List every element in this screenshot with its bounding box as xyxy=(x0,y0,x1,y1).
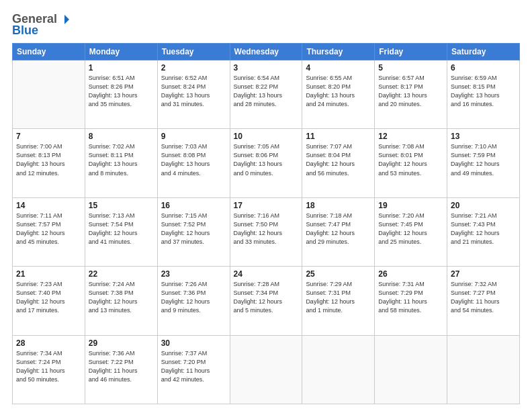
day-number: 24 xyxy=(234,269,299,279)
day-info: Sunrise: 7:21 AM Sunset: 7:43 PM Dayligh… xyxy=(451,212,516,246)
calendar-cell: 3Sunrise: 6:54 AM Sunset: 8:22 PM Daylig… xyxy=(230,60,302,129)
week-row-2: 7Sunrise: 7:00 AM Sunset: 8:13 PM Daylig… xyxy=(13,129,520,197)
day-info: Sunrise: 7:24 AM Sunset: 7:38 PM Dayligh… xyxy=(89,280,154,315)
day-number: 21 xyxy=(16,269,81,279)
day-number: 20 xyxy=(451,201,516,210)
day-info: Sunrise: 7:28 AM Sunset: 7:34 PM Dayligh… xyxy=(234,280,299,315)
header-thursday: Thursday xyxy=(302,44,375,60)
day-info: Sunrise: 7:15 AM Sunset: 7:52 PM Dayligh… xyxy=(161,212,226,246)
day-info: Sunrise: 6:59 AM Sunset: 8:15 PM Dayligh… xyxy=(451,74,516,109)
day-info: Sunrise: 6:54 AM Sunset: 8:22 PM Dayligh… xyxy=(234,74,299,109)
calendar-cell: 20Sunrise: 7:21 AM Sunset: 7:43 PM Dayli… xyxy=(447,197,520,266)
day-info: Sunrise: 7:32 AM Sunset: 7:27 PM Dayligh… xyxy=(451,280,516,315)
calendar-cell: 17Sunrise: 7:16 AM Sunset: 7:50 PM Dayli… xyxy=(230,197,302,266)
day-info: Sunrise: 6:55 AM Sunset: 8:20 PM Dayligh… xyxy=(306,74,371,109)
header: General Blue xyxy=(12,12,520,38)
page: General Blue Sunday Monday Tuesday Wedne… xyxy=(0,0,532,411)
calendar-cell xyxy=(302,335,375,404)
day-info: Sunrise: 6:57 AM Sunset: 8:17 PM Dayligh… xyxy=(378,74,443,109)
day-number: 19 xyxy=(378,201,443,210)
header-wednesday: Wednesday xyxy=(230,44,302,60)
day-number: 8 xyxy=(89,132,154,141)
day-number: 29 xyxy=(89,338,154,348)
day-info: Sunrise: 7:05 AM Sunset: 8:06 PM Dayligh… xyxy=(234,142,299,177)
calendar-cell: 15Sunrise: 7:13 AM Sunset: 7:54 PM Dayli… xyxy=(85,197,157,266)
day-number: 15 xyxy=(89,201,154,210)
day-number: 6 xyxy=(451,63,516,73)
day-number: 22 xyxy=(89,269,154,279)
calendar-table: Sunday Monday Tuesday Wednesday Thursday… xyxy=(12,43,520,404)
day-number: 11 xyxy=(306,132,371,141)
day-info: Sunrise: 7:26 AM Sunset: 7:36 PM Dayligh… xyxy=(161,280,226,315)
week-row-1: 1Sunrise: 6:51 AM Sunset: 8:26 PM Daylig… xyxy=(13,60,520,129)
day-info: Sunrise: 7:23 AM Sunset: 7:40 PM Dayligh… xyxy=(16,280,81,315)
logo-blue: Blue xyxy=(12,24,38,38)
day-number: 27 xyxy=(451,269,516,279)
day-number: 18 xyxy=(306,201,371,210)
day-number: 3 xyxy=(234,63,299,73)
calendar-cell xyxy=(230,335,302,404)
week-row-3: 14Sunrise: 7:11 AM Sunset: 7:57 PM Dayli… xyxy=(13,197,520,266)
logo-flag-icon xyxy=(58,13,71,26)
calendar-cell: 13Sunrise: 7:10 AM Sunset: 7:59 PM Dayli… xyxy=(447,129,520,197)
day-number: 25 xyxy=(306,269,371,279)
day-info: Sunrise: 7:16 AM Sunset: 7:50 PM Dayligh… xyxy=(234,212,299,246)
calendar-cell: 1Sunrise: 6:51 AM Sunset: 8:26 PM Daylig… xyxy=(85,60,157,129)
day-info: Sunrise: 7:11 AM Sunset: 7:57 PM Dayligh… xyxy=(16,212,81,246)
day-info: Sunrise: 7:13 AM Sunset: 7:54 PM Dayligh… xyxy=(89,212,154,246)
day-number: 5 xyxy=(378,63,443,73)
calendar-cell xyxy=(13,60,85,129)
header-friday: Friday xyxy=(375,44,447,60)
day-info: Sunrise: 6:51 AM Sunset: 8:26 PM Dayligh… xyxy=(89,74,154,109)
day-info: Sunrise: 7:34 AM Sunset: 7:24 PM Dayligh… xyxy=(16,349,81,384)
day-info: Sunrise: 7:10 AM Sunset: 7:59 PM Dayligh… xyxy=(451,142,516,177)
calendar-cell: 26Sunrise: 7:31 AM Sunset: 7:29 PM Dayli… xyxy=(375,267,447,335)
day-info: Sunrise: 6:52 AM Sunset: 8:24 PM Dayligh… xyxy=(161,74,226,109)
calendar-cell: 24Sunrise: 7:28 AM Sunset: 7:34 PM Dayli… xyxy=(230,267,302,335)
calendar-cell: 30Sunrise: 7:37 AM Sunset: 7:20 PM Dayli… xyxy=(157,335,230,404)
day-number: 17 xyxy=(234,201,299,210)
calendar-cell: 12Sunrise: 7:08 AM Sunset: 8:01 PM Dayli… xyxy=(375,129,447,197)
calendar-cell: 14Sunrise: 7:11 AM Sunset: 7:57 PM Dayli… xyxy=(13,197,85,266)
day-number: 23 xyxy=(161,269,226,279)
calendar-cell: 2Sunrise: 6:52 AM Sunset: 8:24 PM Daylig… xyxy=(157,60,230,129)
calendar-cell: 9Sunrise: 7:03 AM Sunset: 8:08 PM Daylig… xyxy=(157,129,230,197)
calendar-cell: 29Sunrise: 7:36 AM Sunset: 7:22 PM Dayli… xyxy=(85,335,157,404)
week-row-5: 28Sunrise: 7:34 AM Sunset: 7:24 PM Dayli… xyxy=(13,335,520,404)
day-info: Sunrise: 7:07 AM Sunset: 8:04 PM Dayligh… xyxy=(306,142,371,177)
day-number: 30 xyxy=(161,338,226,348)
day-number: 1 xyxy=(89,63,154,73)
day-number: 9 xyxy=(161,132,226,141)
calendar-cell: 4Sunrise: 6:55 AM Sunset: 8:20 PM Daylig… xyxy=(302,60,375,129)
calendar-cell: 18Sunrise: 7:18 AM Sunset: 7:47 PM Dayli… xyxy=(302,197,375,266)
calendar-cell xyxy=(375,335,447,404)
calendar-cell: 10Sunrise: 7:05 AM Sunset: 8:06 PM Dayli… xyxy=(230,129,302,197)
day-number: 26 xyxy=(378,269,443,279)
calendar-cell: 16Sunrise: 7:15 AM Sunset: 7:52 PM Dayli… xyxy=(157,197,230,266)
day-number: 13 xyxy=(451,132,516,141)
svg-marker-0 xyxy=(64,15,69,24)
calendar-cell: 23Sunrise: 7:26 AM Sunset: 7:36 PM Dayli… xyxy=(157,267,230,335)
day-number: 12 xyxy=(378,132,443,141)
calendar-cell: 8Sunrise: 7:02 AM Sunset: 8:11 PM Daylig… xyxy=(85,129,157,197)
calendar-cell: 5Sunrise: 6:57 AM Sunset: 8:17 PM Daylig… xyxy=(375,60,447,129)
day-info: Sunrise: 7:02 AM Sunset: 8:11 PM Dayligh… xyxy=(89,142,154,177)
header-tuesday: Tuesday xyxy=(157,44,230,60)
day-number: 10 xyxy=(234,132,299,141)
calendar-cell: 21Sunrise: 7:23 AM Sunset: 7:40 PM Dayli… xyxy=(13,267,85,335)
weekday-header-row: Sunday Monday Tuesday Wednesday Thursday… xyxy=(13,44,520,60)
logo: General Blue xyxy=(12,12,71,38)
day-info: Sunrise: 7:29 AM Sunset: 7:31 PM Dayligh… xyxy=(306,280,371,315)
day-number: 7 xyxy=(16,132,81,141)
week-row-4: 21Sunrise: 7:23 AM Sunset: 7:40 PM Dayli… xyxy=(13,267,520,335)
day-info: Sunrise: 7:36 AM Sunset: 7:22 PM Dayligh… xyxy=(89,349,154,384)
calendar-cell: 7Sunrise: 7:00 AM Sunset: 8:13 PM Daylig… xyxy=(13,129,85,197)
day-number: 2 xyxy=(161,63,226,73)
day-info: Sunrise: 7:31 AM Sunset: 7:29 PM Dayligh… xyxy=(378,280,443,315)
calendar-cell: 25Sunrise: 7:29 AM Sunset: 7:31 PM Dayli… xyxy=(302,267,375,335)
day-info: Sunrise: 7:18 AM Sunset: 7:47 PM Dayligh… xyxy=(306,212,371,246)
day-info: Sunrise: 7:03 AM Sunset: 8:08 PM Dayligh… xyxy=(161,142,226,177)
day-info: Sunrise: 7:20 AM Sunset: 7:45 PM Dayligh… xyxy=(378,212,443,246)
day-number: 28 xyxy=(16,338,81,348)
calendar-cell xyxy=(447,335,520,404)
